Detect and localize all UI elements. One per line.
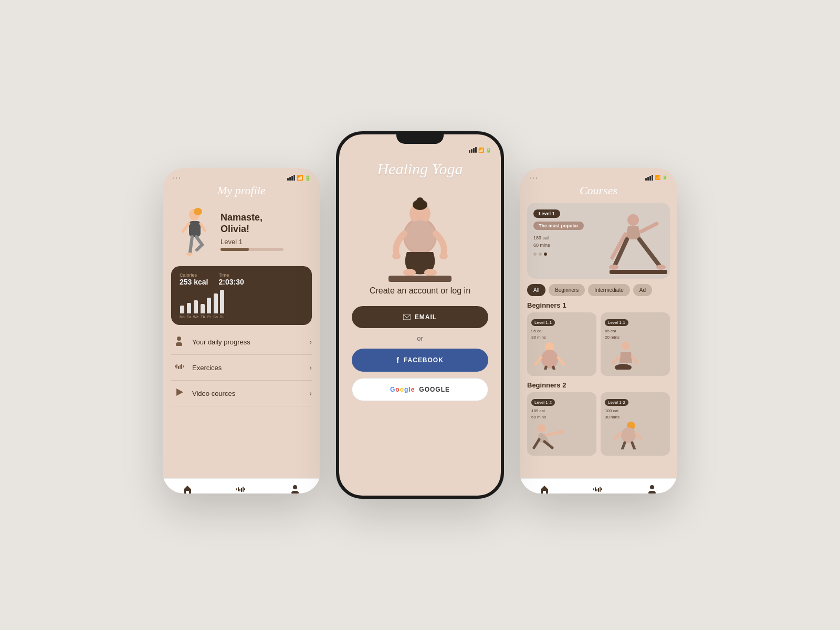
svg-point-46 [541, 350, 558, 369]
menu-items: Your daily progress › Ex [163, 329, 320, 478]
courses-content: Courses Level 1 The most popular 189 cal… [520, 184, 677, 494]
status-icons-center: 📶 🔋 [469, 147, 491, 153]
filter-beginners[interactable]: Beginners [549, 284, 585, 296]
svg-rect-19 [238, 487, 239, 491]
svg-line-4 [201, 224, 205, 230]
svg-rect-35 [388, 276, 452, 282]
battery-icon-right: 🔋 [662, 175, 668, 180]
healing-yoga-title: Healing Yoga [377, 160, 463, 178]
arrow-videos: › [309, 389, 312, 397]
course-card-2-1[interactable]: Level 1-2 189 cal60 mins [527, 392, 596, 456]
arrow-exercises: › [309, 363, 312, 372]
filter-intermediate[interactable]: Intermediate [588, 284, 630, 296]
home-icon-left [182, 484, 193, 494]
card-badge-2-1: Level 1-2 [531, 399, 555, 406]
filter-advanced[interactable]: Ad [633, 284, 652, 296]
exercises-nav-icon-left [236, 484, 246, 494]
phones-container: ··· 📶 🔋 My profile [163, 131, 677, 499]
course-card-1-1[interactable]: Level 1-1 95 cal30 mins [527, 312, 596, 376]
card-figure-2-1 [531, 421, 568, 449]
facebook-f-icon: f [396, 356, 400, 364]
nav-profile-left[interactable]: Profile [288, 484, 302, 494]
card-figure-2-2 [605, 421, 642, 449]
email-button[interactable]: EMAIL [352, 306, 488, 328]
svg-point-51 [622, 342, 630, 350]
svg-marker-17 [176, 388, 183, 396]
card-figure-1-1 [531, 341, 568, 370]
login-subtitle: Create an account or log in [370, 286, 470, 296]
card-figure-1-2 [605, 341, 642, 370]
login-content: Healing Yoga [339, 155, 501, 401]
svg-rect-10 [176, 342, 182, 346]
svg-line-7 [197, 245, 202, 250]
svg-rect-67 [596, 489, 597, 491]
namaste-text: Namaste,Olivia! [220, 212, 310, 235]
notch [396, 132, 444, 144]
dot-3 [544, 253, 547, 256]
google-button[interactable]: Google GOOGLE [352, 378, 488, 401]
menu-item-videos[interactable]: Video cources › [171, 381, 312, 406]
svg-rect-44 [610, 270, 667, 274]
svg-point-24 [293, 485, 297, 489]
svg-rect-21 [241, 488, 242, 492]
yoga-pose-right [607, 211, 670, 279]
exercises-icon [171, 361, 187, 374]
calories-value: 253 kcal [180, 278, 208, 286]
svg-point-1 [194, 208, 202, 215]
profile-icon-left [290, 484, 300, 494]
nav-profile-right[interactable]: Profile [645, 484, 659, 494]
svg-line-57 [534, 439, 539, 448]
card-stats-2-2: 100 cal30 mins [605, 408, 666, 421]
battery-icon-center: 🔋 [486, 148, 491, 153]
svg-rect-13 [178, 366, 179, 369]
time-label: Time [219, 272, 244, 278]
svg-line-50 [553, 367, 555, 370]
menu-label-progress: Your daily progress [192, 338, 304, 346]
profile-content: My profile [163, 184, 320, 494]
nav-home-left[interactable]: Home [181, 484, 194, 494]
svg-line-48 [558, 358, 564, 364]
exercises-nav-icon-right [593, 484, 603, 494]
svg-point-29 [416, 197, 424, 205]
dot-2 [539, 253, 542, 256]
nav-exercises-left[interactable]: Exercices [231, 484, 251, 494]
svg-line-55 [546, 432, 560, 435]
profile-info: Namaste,Olivia! Level 1 [220, 212, 310, 251]
filter-all[interactable]: All [527, 284, 545, 296]
svg-rect-70 [601, 488, 602, 490]
battery-icon-left: 🔋 [304, 175, 311, 181]
profile-user-row: Namaste,Olivia! Level 1 [163, 205, 320, 262]
menu-label-videos: Video cources [192, 390, 304, 397]
featured-card[interactable]: Level 1 The most popular 189 cal 60 mins [527, 203, 670, 279]
svg-point-54 [538, 424, 546, 433]
facebook-button[interactable]: f FACEBOOK [352, 349, 488, 372]
course-card-2-2[interactable]: Level 1-2 100 cal30 mins [601, 392, 670, 456]
wifi-icon-left: 📶 [297, 175, 303, 181]
popular-badge: The most popular [533, 222, 584, 230]
nav-home-right[interactable]: Home [538, 484, 551, 494]
phone-left: ··· 📶 🔋 My profile [163, 168, 320, 494]
filter-tabs: All Beginners Intermediate Ad [520, 284, 677, 301]
svg-point-71 [650, 485, 654, 489]
yoga-sitting-figure [378, 186, 462, 286]
svg-rect-22 [243, 487, 244, 492]
card-badge-1-1: Level 1-1 [531, 319, 555, 326]
menu-item-progress[interactable]: Your daily progress › [171, 329, 312, 355]
featured-time: 60 mins [533, 243, 550, 248]
svg-point-9 [177, 337, 181, 341]
courses-title: Courses [520, 184, 677, 197]
course-grid-beginners1: Level 1-1 95 cal30 mins Level 1-1 65 cal… [520, 312, 677, 381]
svg-line-49 [544, 367, 546, 370]
status-icons-right: 📶 🔋 [645, 175, 668, 181]
course-card-1-2[interactable]: Level 1-1 65 cal20 mins [601, 312, 670, 376]
level-badge: Level 1 [533, 209, 560, 218]
menu-item-exercises[interactable]: Exercices › [171, 355, 312, 381]
stats-card: Calories 253 kcal Time 2:03:30 Mo Tu We … [171, 266, 312, 325]
home-icon-right [539, 484, 550, 494]
menu-label-exercises: Exercices [192, 364, 304, 372]
card-badge-1-2: Level 1-1 [605, 319, 628, 326]
nav-exercises-right[interactable]: Exercices [588, 484, 608, 494]
calories-label: Calories [180, 272, 208, 278]
svg-rect-18 [236, 488, 237, 490]
svg-rect-11 [175, 365, 176, 368]
